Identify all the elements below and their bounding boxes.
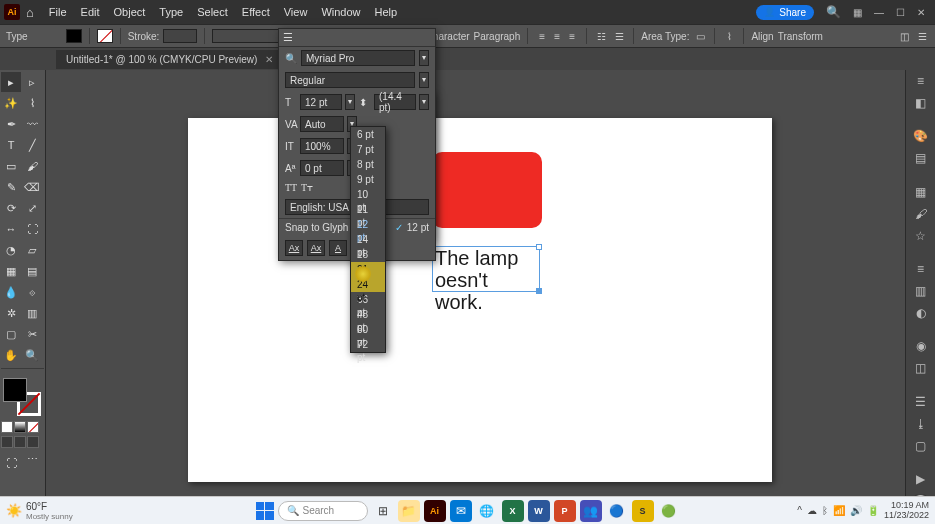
menu-edit[interactable]: Edit <box>74 6 107 18</box>
size-option[interactable]: 60 pt <box>351 322 385 337</box>
size-option[interactable]: 9 pt <box>351 172 385 187</box>
transparency-panel-icon[interactable]: ◐ <box>912 306 930 320</box>
lasso-tool[interactable]: ⌇ <box>22 93 42 113</box>
type-tool[interactable]: T <box>1 135 21 155</box>
mesh-tool[interactable]: ▦ <box>1 261 21 281</box>
selection-tool[interactable]: ▸ <box>1 72 21 92</box>
allcaps-icon[interactable]: TT <box>285 182 297 193</box>
size-option-selected[interactable]: 12 pt <box>351 217 385 232</box>
swatches-panel-icon[interactable]: ▦ <box>912 185 930 199</box>
smallcaps-icon[interactable]: Tᴛ <box>301 182 313 193</box>
file-explorer-icon[interactable]: 📁 <box>398 500 420 522</box>
maximize-button[interactable]: ☐ <box>890 7 911 18</box>
menu-window[interactable]: Window <box>314 6 367 18</box>
fill-swatch[interactable] <box>66 29 82 43</box>
tray-chevron-icon[interactable]: ^ <box>797 505 802 516</box>
size-option[interactable]: 7 pt <box>351 142 385 157</box>
paragraph-panel-link[interactable]: Paragraph <box>474 31 521 42</box>
draw-normal[interactable] <box>1 436 13 448</box>
size-option[interactable]: 8 pt <box>351 157 385 172</box>
word-icon[interactable]: W <box>528 500 550 522</box>
powerpoint-icon[interactable]: P <box>554 500 576 522</box>
size-option-hover[interactable]: 24 pt <box>351 277 385 292</box>
in-port-handle[interactable] <box>536 244 542 250</box>
artboards-panel-icon[interactable]: ▢ <box>912 439 930 453</box>
excel-icon[interactable]: X <box>502 500 524 522</box>
symbol-sprayer-tool[interactable]: ✲ <box>1 303 21 323</box>
overflow-handle[interactable] <box>536 288 542 294</box>
screen-mode[interactable]: ⛶ <box>1 453 21 473</box>
paintbrush-tool[interactable]: 🖌 <box>22 156 42 176</box>
menu-object[interactable]: Object <box>107 6 153 18</box>
align-panel-link[interactable]: Align <box>751 31 773 42</box>
stroke-weight-field[interactable] <box>163 29 197 43</box>
font-size-field[interactable]: 12 pt <box>300 94 342 110</box>
bluetooth-icon[interactable]: ᛒ <box>822 505 828 516</box>
font-size-dropdown-icon[interactable]: ▾ <box>345 94 355 110</box>
stroke-profile[interactable] <box>212 29 282 43</box>
artboard-tool[interactable]: ▢ <box>1 324 21 344</box>
font-style-field[interactable]: Regular <box>285 72 415 88</box>
kerning-field[interactable]: Auto <box>300 116 344 132</box>
minimize-button[interactable]: — <box>868 7 890 18</box>
asset-export-icon[interactable]: ⭳ <box>912 417 930 431</box>
warp-icon[interactable]: ⌇ <box>722 29 736 43</box>
leading-field[interactable]: (14.4 pt) <box>374 94 416 110</box>
vscale-field[interactable]: 100% <box>300 138 344 154</box>
properties-panel-icon[interactable]: ≡ <box>912 74 930 88</box>
bullets-icon[interactable]: ☷ <box>594 29 608 43</box>
rectangle-tool[interactable]: ▭ <box>1 156 21 176</box>
graph-tool[interactable]: ▥ <box>22 303 42 323</box>
app-s-icon[interactable]: S <box>632 500 654 522</box>
eraser-tool[interactable]: ⌫ <box>22 177 42 197</box>
transform-panel-link[interactable]: Transform <box>778 31 823 42</box>
play-icon[interactable]: ▶ <box>912 472 930 486</box>
gradient-tool[interactable]: ▤ <box>22 261 42 281</box>
font-family-field[interactable]: Myriad Pro <box>301 50 415 66</box>
line-tool[interactable]: ╱ <box>22 135 42 155</box>
clock[interactable]: 10:19 AM 11/23/2022 <box>884 501 929 521</box>
symbols-panel-icon[interactable]: ☆ <box>912 229 930 243</box>
draw-inside[interactable] <box>27 436 39 448</box>
none-mode[interactable] <box>27 421 39 433</box>
outlook-icon[interactable]: ✉ <box>450 500 472 522</box>
teams-icon[interactable]: 👥 <box>580 500 602 522</box>
taskbar-search[interactable]: 🔍 Search <box>278 501 368 521</box>
libraries-panel-icon[interactable]: ◧ <box>912 96 930 110</box>
pen-tool[interactable]: ✒ <box>1 114 21 134</box>
close-button[interactable]: ✕ <box>911 7 931 18</box>
curvature-tool[interactable]: 〰 <box>22 114 42 134</box>
illustrator-taskbar-icon[interactable]: Ai <box>424 500 446 522</box>
align-center-icon[interactable]: ≡ <box>550 29 564 43</box>
size-option[interactable]: 14 pt <box>351 232 385 247</box>
shape-builder-tool[interactable]: ◔ <box>1 240 21 260</box>
free-transform-tool[interactable]: ⛶ <box>22 219 42 239</box>
brushes-panel-icon[interactable]: 🖌 <box>912 207 930 221</box>
system-tray[interactable]: ^ ☁ ᛒ 📶 🔊 🔋 10:19 AM 11/23/2022 <box>797 501 929 521</box>
red-rectangle-shape[interactable] <box>432 152 542 228</box>
arrange-docs-icon[interactable]: ▦ <box>847 7 868 18</box>
close-tab-icon[interactable]: ✕ <box>265 54 273 65</box>
edit-toolbar[interactable]: ⋯ <box>22 449 42 469</box>
app-green-icon[interactable]: 🟢 <box>658 500 680 522</box>
draw-behind[interactable] <box>14 436 26 448</box>
size-option-hover[interactable]: 21 pt <box>351 262 385 277</box>
size-option[interactable]: 18 pt <box>351 247 385 262</box>
menu-effect[interactable]: Effect <box>235 6 277 18</box>
direct-selection-tool[interactable]: ▹ <box>22 72 42 92</box>
stroke-panel-icon[interactable]: ≡ <box>912 262 930 276</box>
numbering-icon[interactable]: ☰ <box>612 29 626 43</box>
menu-view[interactable]: View <box>277 6 315 18</box>
zoom-tool[interactable]: 🔍 <box>22 345 42 365</box>
wifi-icon[interactable]: 📶 <box>833 505 845 516</box>
size-option[interactable]: 10 pt <box>351 187 385 202</box>
hand-tool[interactable]: ✋ <box>1 345 21 365</box>
volume-icon[interactable]: 🔊 <box>850 505 862 516</box>
perspective-tool[interactable]: ▱ <box>22 240 42 260</box>
size-option[interactable]: 48 pt <box>351 307 385 322</box>
document-tab[interactable]: Untitled-1* @ 100 % (CMYK/CPU Preview) ✕ <box>56 50 283 69</box>
fill-color[interactable] <box>3 378 27 402</box>
font-family-dropdown-icon[interactable]: ▾ <box>419 50 429 66</box>
snap-baseline-btn[interactable]: Ax <box>285 240 303 256</box>
fill-stroke-indicator[interactable] <box>1 376 43 418</box>
